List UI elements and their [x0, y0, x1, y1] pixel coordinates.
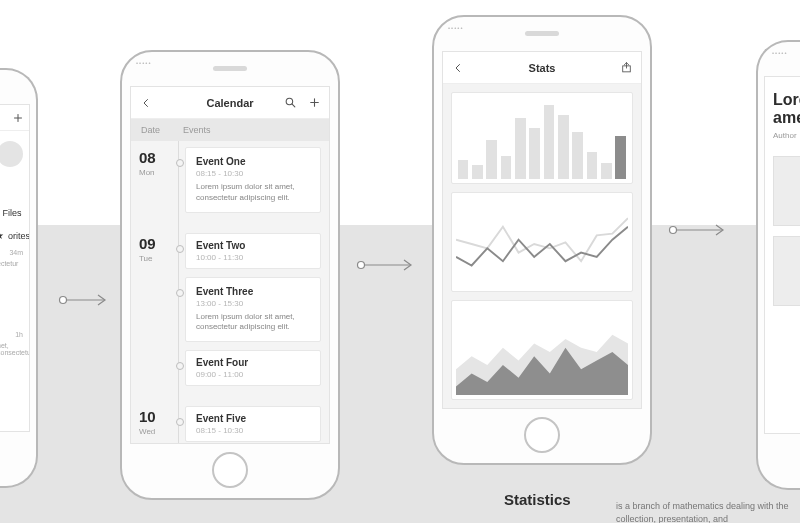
sidebar-item-label: orites	[8, 231, 30, 241]
status-dots: •••••	[136, 60, 152, 66]
svg-point-2	[286, 98, 293, 105]
event-time: 08:15 - 10:30	[196, 426, 310, 435]
back-icon[interactable]	[139, 96, 153, 110]
navbar-stats: Stats	[443, 52, 641, 84]
event-desc: Lorem ipsum dolor sit amet, consectetur …	[196, 182, 310, 204]
column-header-date: Date	[131, 125, 175, 135]
flow-arrow	[668, 223, 730, 237]
event-card[interactable]: Event Three 13:00 - 15:30 Lorem ipsum do…	[185, 277, 321, 343]
event-desc: Lorem ipsum dolor sit amet, consectetur …	[196, 312, 310, 334]
bar	[529, 128, 540, 179]
bar	[486, 140, 497, 179]
event-card[interactable]: Event Four 09:00 - 11:00	[185, 350, 321, 386]
plus-icon[interactable]	[11, 111, 25, 125]
bar	[601, 163, 612, 179]
svg-point-4	[358, 262, 365, 269]
phone-frame-stats: ••••• Stats	[432, 15, 652, 465]
flow-arrow	[58, 293, 112, 307]
day-row: 09 Tue Event Two 10:00 - 11:30 Event Thr…	[131, 227, 329, 401]
avatar	[0, 141, 23, 167]
bar	[587, 152, 598, 179]
caption-body: is a branch of mathematics dealing with …	[616, 500, 800, 523]
share-icon[interactable]	[619, 61, 633, 75]
day-number: 09	[139, 235, 175, 252]
bar	[501, 156, 512, 179]
phone-speaker	[213, 66, 247, 71]
star-icon: ★	[0, 230, 4, 241]
chart-area[interactable]	[451, 300, 633, 400]
home-button[interactable]	[524, 417, 560, 453]
sidebar-item-label: Files	[3, 208, 22, 218]
svg-point-7	[670, 227, 677, 234]
event-title: Event Three	[196, 286, 310, 297]
event-card[interactable]: Event Two 10:00 - 11:30	[185, 233, 321, 269]
page-title: Calendar	[206, 97, 253, 109]
meta-time: 1h	[0, 329, 29, 340]
calendar-subheader: Date Events	[131, 119, 329, 141]
event-time: 13:00 - 15:30	[196, 299, 310, 308]
phone-frame-calendar: ••••• Calendar Date Events	[120, 50, 340, 500]
day-number: 10	[139, 408, 175, 425]
phone-frame-right-partial: ••••• Lore ame Author	[756, 40, 800, 490]
phone-frame-left-partial: ▪ Files ★ orites 34m ectetur 1h net, con…	[0, 68, 38, 488]
bar	[615, 136, 626, 179]
phone-speaker	[525, 31, 559, 36]
flow-arrow	[356, 258, 418, 272]
bar	[572, 132, 583, 179]
page-title: Stats	[529, 62, 556, 74]
sidebar-item-favorites[interactable]: ★ orites	[0, 224, 29, 247]
article-title-line1: Lore	[773, 91, 800, 109]
chart-line[interactable]	[451, 192, 633, 292]
svg-line-3	[292, 104, 295, 107]
sidebar-item-files[interactable]: ▪ Files	[0, 201, 29, 224]
bar	[515, 118, 526, 179]
event-time: 10:00 - 11:30	[196, 253, 310, 262]
chart-bar[interactable]	[451, 92, 633, 184]
event-card[interactable]: Event One 08:15 - 10:30 Lorem ipsum dolo…	[185, 147, 321, 213]
search-icon[interactable]	[283, 96, 297, 110]
event-title: Event One	[196, 156, 310, 167]
caption-title: Statistics	[504, 491, 571, 508]
event-card[interactable]: Event Five 08:15 - 10:30	[185, 406, 321, 442]
event-title: Event Two	[196, 240, 310, 251]
day-number: 08	[139, 149, 175, 166]
svg-point-0	[60, 297, 67, 304]
status-dots: •••••	[772, 50, 788, 56]
meta-time: 34m	[0, 247, 29, 258]
image-placeholder	[773, 236, 800, 306]
plus-icon[interactable]	[307, 96, 321, 110]
day-name: Mon	[139, 168, 175, 177]
bar	[458, 160, 469, 180]
event-time: 08:15 - 10:30	[196, 169, 310, 178]
meta-text: net, consectetur	[0, 340, 29, 358]
calendar-body[interactable]: 08 Mon Event One 08:15 - 10:30 Lorem ips…	[131, 141, 329, 443]
article-title-line2: ame	[773, 109, 800, 127]
column-header-events: Events	[175, 125, 211, 135]
event-title: Event Five	[196, 413, 310, 424]
home-button[interactable]	[212, 452, 248, 488]
bar	[472, 165, 483, 179]
event-title: Event Four	[196, 357, 310, 368]
day-name: Tue	[139, 254, 175, 263]
status-dots: •••••	[448, 25, 464, 31]
bar	[544, 105, 555, 179]
navbar-calendar: Calendar	[131, 87, 329, 119]
meta-text: ectetur	[0, 258, 29, 269]
day-row: 08 Mon Event One 08:15 - 10:30 Lorem ips…	[131, 141, 329, 227]
bar	[558, 115, 569, 179]
back-icon[interactable]	[451, 61, 465, 75]
image-placeholder	[773, 156, 800, 226]
event-time: 09:00 - 11:00	[196, 370, 310, 379]
article-subtitle: Author	[773, 131, 800, 140]
day-name: Wed	[139, 427, 175, 436]
day-row: 10 Wed Event Five 08:15 - 10:30	[131, 400, 329, 443]
